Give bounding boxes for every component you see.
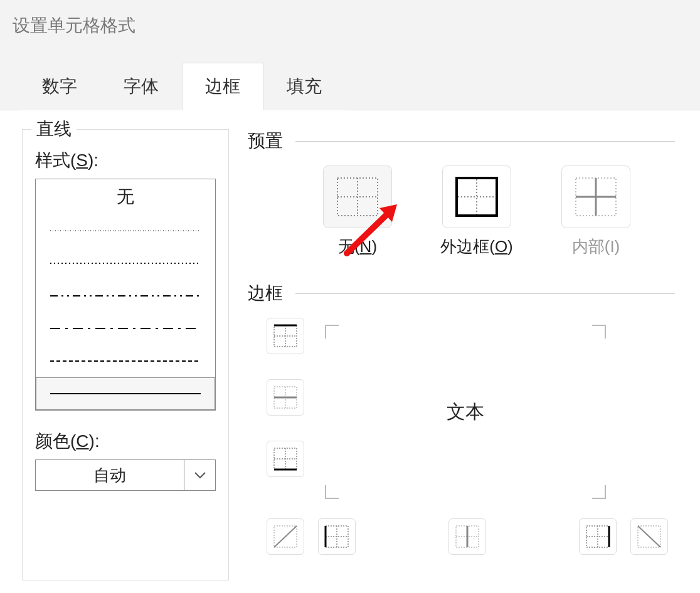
border-left-buttons bbox=[267, 318, 304, 477]
line-style-dotted-fine[interactable] bbox=[36, 214, 215, 247]
border-right-button[interactable] bbox=[579, 518, 617, 555]
preview-text: 文本 bbox=[447, 399, 484, 425]
preview-corner-br bbox=[592, 485, 606, 499]
preview-corner-tr bbox=[592, 325, 606, 338]
tab-number[interactable]: 数字 bbox=[19, 63, 100, 110]
presets-header: 预置 bbox=[248, 129, 675, 153]
line-style-dash-dot[interactable] bbox=[36, 312, 215, 345]
border-preview: 文本 bbox=[318, 318, 613, 506]
preset-none-button[interactable] bbox=[323, 165, 392, 228]
border-header: 边框 bbox=[248, 281, 675, 305]
border-bottom-button[interactable] bbox=[267, 441, 304, 477]
style-label: 样式(S): bbox=[35, 149, 228, 172]
border-middle-v-icon bbox=[455, 525, 480, 548]
preset-none-wrap: 无(N) bbox=[317, 165, 398, 258]
tab-border[interactable]: 边框 bbox=[182, 63, 263, 110]
tab-fill[interactable]: 填充 bbox=[263, 63, 345, 110]
line-style-solid[interactable] bbox=[36, 377, 215, 410]
line-group: 直线 样式(S): 无 bbox=[22, 129, 229, 580]
line-style-dotted[interactable] bbox=[36, 247, 215, 280]
color-select[interactable]: 自动 bbox=[35, 459, 184, 491]
line-style-list[interactable]: 无 bbox=[35, 179, 216, 411]
border-diag-up-icon bbox=[273, 525, 298, 548]
presets-label: 预置 bbox=[248, 129, 283, 153]
preview-corner-tl bbox=[325, 325, 339, 338]
preset-none-label: 无(N) bbox=[338, 236, 377, 258]
border-right-icon bbox=[585, 525, 610, 548]
preset-inside-button[interactable] bbox=[561, 165, 630, 228]
presets-divider bbox=[295, 141, 675, 142]
tab-bar: 数字 字体 边框 填充 bbox=[19, 63, 700, 110]
border-left-button[interactable] bbox=[318, 518, 356, 555]
line-style-dash-dot-dot[interactable] bbox=[36, 280, 215, 312]
presets-row: 无(N) 外边框(O) bbox=[317, 165, 675, 258]
border-bottom-buttons bbox=[267, 518, 668, 555]
border-diag-down-button[interactable] bbox=[630, 518, 668, 555]
border-top-icon bbox=[273, 324, 298, 348]
color-picker: 自动 bbox=[35, 459, 216, 491]
preset-inside-wrap: 内部(I) bbox=[555, 165, 637, 258]
chevron-down-icon bbox=[194, 471, 206, 479]
border-diag-down-icon bbox=[637, 525, 662, 548]
color-dropdown-button[interactable] bbox=[184, 459, 216, 491]
line-style-dashed[interactable] bbox=[36, 345, 215, 377]
border-middle-h-button[interactable] bbox=[267, 379, 304, 416]
preset-outline-icon bbox=[455, 176, 499, 218]
tab-font[interactable]: 字体 bbox=[100, 63, 182, 110]
line-style-none[interactable]: 无 bbox=[36, 179, 215, 214]
border-label: 边框 bbox=[248, 281, 283, 305]
svg-line-29 bbox=[274, 526, 297, 547]
preset-outline-wrap: 外边框(O) bbox=[436, 165, 517, 258]
border-divider bbox=[295, 293, 675, 294]
border-middle-v-button[interactable] bbox=[448, 518, 486, 555]
preset-inside-icon bbox=[574, 176, 618, 218]
border-bottom-icon bbox=[273, 447, 298, 471]
line-section-label: 直线 bbox=[31, 117, 77, 141]
border-left-icon bbox=[324, 525, 349, 548]
preset-inside-label: 内部(I) bbox=[572, 236, 620, 258]
preset-outline-button[interactable] bbox=[442, 165, 511, 228]
preset-none-icon bbox=[336, 176, 379, 218]
border-middle-h-icon bbox=[273, 386, 298, 409]
color-label: 颜色(C): bbox=[35, 429, 228, 453]
right-panel: 预置 bbox=[229, 129, 700, 593]
dialog-title: 设置单元格格式 bbox=[0, 0, 700, 44]
preset-outline-label: 外边框(O) bbox=[440, 236, 513, 258]
border-diag-up-button[interactable] bbox=[267, 518, 304, 555]
border-top-button[interactable] bbox=[267, 318, 304, 354]
preview-corner-bl bbox=[325, 485, 339, 499]
tab-content: 直线 样式(S): 无 bbox=[0, 110, 700, 593]
format-cells-dialog: 设置单元格格式 数字 字体 边框 填充 直线 样式(S): 无 bbox=[0, 0, 700, 593]
svg-line-42 bbox=[638, 526, 660, 547]
